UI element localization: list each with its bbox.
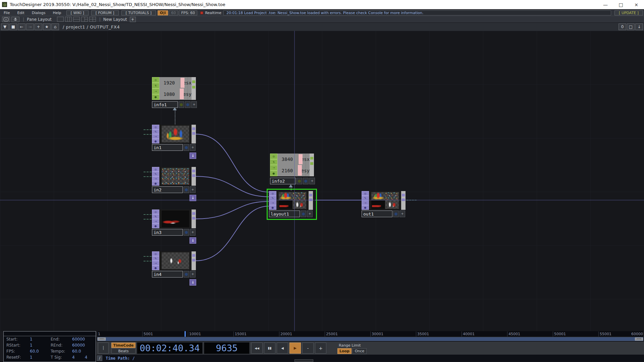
tempo-value[interactable]: 60.0 bbox=[72, 349, 81, 354]
layout-columns-button[interactable] bbox=[65, 17, 72, 22]
bypass-flag-icon[interactable]: → bbox=[152, 261, 159, 265]
node-comment-button[interactable] bbox=[183, 186, 189, 193]
node-output-strip[interactable] bbox=[192, 125, 196, 143]
menu-help[interactable]: Help bbox=[49, 11, 65, 15]
node-dock-arrow-button[interactable]: ↓ bbox=[190, 195, 196, 201]
node-output-strip[interactable] bbox=[310, 154, 314, 176]
node-name-label[interactable]: in1 bbox=[152, 144, 183, 151]
pane-dropdown-icon[interactable]: ▼ bbox=[1, 23, 9, 30]
node-add-button[interactable]: + bbox=[190, 271, 196, 278]
node-add-button[interactable]: + bbox=[309, 178, 315, 184]
rstart-value[interactable]: 1 bbox=[30, 343, 51, 348]
stop-icon[interactable]: ■ bbox=[9, 23, 17, 30]
node-in2[interactable]: ◎ ✎ → ● in2 + ↓ bbox=[152, 167, 196, 186]
render-flag-icon[interactable]: ✎ bbox=[152, 129, 159, 134]
once-button[interactable]: Once bbox=[353, 348, 367, 354]
node-comment-button[interactable] bbox=[303, 178, 309, 184]
bypass-flag-icon[interactable]: → bbox=[152, 176, 159, 181]
display-toggle-icon[interactable]: ◎ bbox=[270, 154, 277, 159]
tutorials-button[interactable]: [ TUTORIALS ] bbox=[121, 10, 156, 15]
render-flag-icon[interactable]: ↯ bbox=[152, 83, 159, 88]
bypass-flag-icon[interactable]: → bbox=[152, 219, 159, 224]
oi-toggle[interactable]: O|I bbox=[158, 10, 168, 15]
display-toggle-icon[interactable]: ◎ bbox=[152, 209, 159, 214]
display-toggle-icon[interactable]: ◎ bbox=[269, 191, 276, 196]
bypass-flag-icon[interactable]: → bbox=[362, 200, 369, 205]
bypass-flag-icon[interactable]: → bbox=[152, 134, 159, 139]
rend-value[interactable]: 60000 bbox=[72, 343, 85, 348]
menu-dialogs[interactable]: Dialogs bbox=[28, 11, 49, 15]
node-name-label[interactable]: info1 bbox=[152, 101, 178, 108]
back-icon[interactable]: ← bbox=[18, 23, 25, 30]
display-toggle-icon[interactable]: ◎ bbox=[152, 251, 159, 256]
range-end-handle[interactable]: ••• bbox=[635, 338, 643, 341]
render-flag-icon[interactable]: ↯ bbox=[270, 159, 277, 165]
fps-value[interactable]: 60.0 bbox=[30, 349, 51, 354]
fps-display[interactable]: FPS: 60 bbox=[179, 10, 197, 15]
lock-flag-icon[interactable]: ● bbox=[152, 139, 159, 143]
time-path-button[interactable]: / bbox=[97, 355, 102, 361]
node-comment-button[interactable] bbox=[183, 229, 189, 236]
lock-flag-icon[interactable]: ● bbox=[152, 224, 159, 228]
range-fill[interactable] bbox=[97, 337, 643, 341]
node-color-button[interactable] bbox=[297, 178, 302, 184]
close-button[interactable]: × bbox=[629, 0, 644, 9]
tsig-denominator[interactable]: 4 bbox=[85, 355, 88, 360]
node-name-label[interactable]: out1 bbox=[362, 210, 392, 217]
decrement-frame-button[interactable]: - bbox=[302, 343, 314, 354]
render-flag-icon[interactable]: ✎ bbox=[362, 196, 369, 200]
bookmark-icon-button[interactable] bbox=[11, 17, 19, 22]
layout-rows-button[interactable] bbox=[73, 17, 80, 22]
node-comment-button[interactable] bbox=[183, 144, 189, 151]
node-name-label[interactable]: layout1 bbox=[269, 210, 300, 217]
node-in1[interactable]: ◎ ✎ → ● in1 + ↓ bbox=[152, 125, 196, 143]
lock-flag-icon[interactable]: ● bbox=[152, 94, 159, 100]
breadcrumb[interactable]: / project1 / OUTPUT_FX4 bbox=[63, 24, 120, 29]
node-out1[interactable]: ◎ ✎ → ● out1 + bbox=[362, 191, 406, 210]
node-name-label[interactable]: in2 bbox=[152, 186, 183, 193]
node-dock-arrow-button[interactable]: ↓ bbox=[190, 153, 196, 159]
node-color-button[interactable] bbox=[178, 101, 184, 108]
end-value[interactable]: 60000 bbox=[72, 337, 85, 342]
lock-flag-icon[interactable]: ● bbox=[152, 181, 159, 186]
wiki-button[interactable]: [ WIKI ] bbox=[66, 10, 89, 15]
node-name-label[interactable]: in3 bbox=[152, 229, 183, 236]
realtime-checkbox-icon[interactable] bbox=[200, 11, 203, 14]
layout-quad-button[interactable] bbox=[89, 17, 96, 22]
lock-flag-icon[interactable]: ● bbox=[152, 265, 159, 270]
node-info1[interactable]: ◎ ↯ → ● 1920 resx 1080 resy bbox=[152, 77, 196, 100]
node-output-strip[interactable] bbox=[192, 167, 196, 186]
minimize-button[interactable]: — bbox=[598, 0, 613, 9]
display-toggle-icon[interactable]: ◎ bbox=[362, 191, 369, 196]
render-flag-icon[interactable]: ✎ bbox=[152, 172, 159, 176]
node-add-button[interactable]: + bbox=[190, 229, 196, 236]
beats-button[interactable]: Beats bbox=[111, 348, 136, 354]
timeline-ruler[interactable]: 1 5001 10001 15001 20001 25001 30001 350… bbox=[97, 331, 644, 337]
depth-indicator[interactable]: 0 bbox=[619, 23, 626, 30]
maximize-button[interactable]: □ bbox=[613, 0, 629, 9]
render-flag-icon[interactable]: ✎ bbox=[152, 214, 159, 219]
range-bar[interactable]: ••• ••• bbox=[97, 337, 644, 341]
lock-flag-icon[interactable]: ● bbox=[270, 171, 277, 176]
display-toggle-icon[interactable]: ◎ bbox=[152, 167, 159, 172]
render-flag-icon[interactable]: ✎ bbox=[269, 196, 276, 200]
home-icon[interactable]: ⌂ bbox=[51, 23, 59, 30]
node-output-strip[interactable] bbox=[192, 77, 196, 100]
bypass-flag-icon[interactable]: → bbox=[152, 88, 159, 94]
node-layout1[interactable]: ◎ ✎ → ● layout1 + bbox=[269, 191, 313, 210]
tsig-numerator[interactable]: 4 bbox=[72, 355, 75, 360]
forward-icon[interactable]: → bbox=[26, 23, 34, 30]
add-icon[interactable]: + bbox=[35, 23, 42, 30]
node-dock-arrow-button[interactable]: ↓ bbox=[190, 237, 196, 244]
update-button[interactable]: [ UPDATE ] bbox=[614, 10, 643, 15]
menu-file[interactable]: File bbox=[0, 11, 13, 15]
loop-button[interactable]: Loop bbox=[337, 348, 352, 354]
display-toggle-icon[interactable]: ◎ bbox=[152, 77, 159, 83]
node-comment-button[interactable] bbox=[183, 271, 189, 278]
range-start-handle[interactable]: ••• bbox=[98, 338, 106, 341]
layout-left-split-button[interactable] bbox=[81, 17, 88, 22]
node-comment-button[interactable] bbox=[301, 210, 306, 217]
lock-flag-icon[interactable]: ● bbox=[269, 205, 276, 210]
bypass-flag-icon[interactable]: → bbox=[269, 200, 276, 205]
node-output-strip[interactable] bbox=[192, 251, 196, 270]
